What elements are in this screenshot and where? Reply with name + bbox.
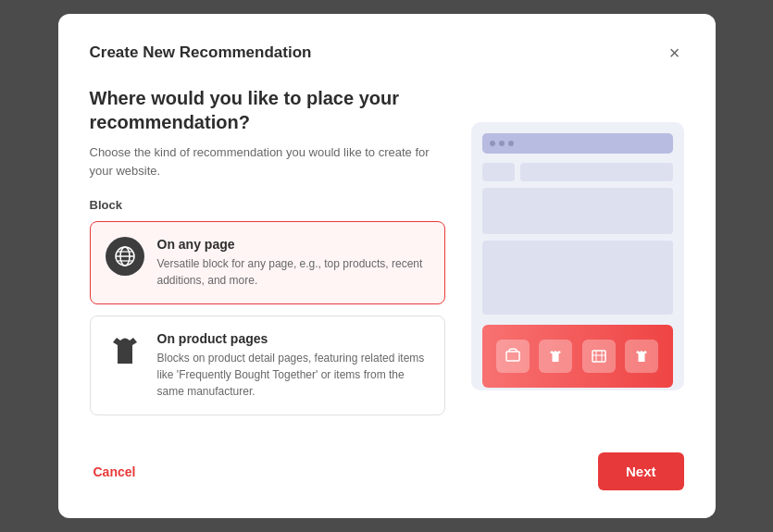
browser-content [482, 163, 673, 388]
modal-container: Create New Recommendation × Where would … [58, 14, 716, 518]
modal-title: Create New Recommendation [90, 43, 312, 62]
option-any-page-icon [106, 237, 144, 276]
product-icon-1 [496, 340, 530, 373]
browser-bar [482, 133, 673, 154]
close-button[interactable]: × [666, 42, 684, 64]
main-question: Where would you like to place your recom… [90, 86, 445, 134]
svg-rect-6 [506, 352, 519, 361]
option-product-pages-text: On product pages Blocks on product detai… [157, 331, 430, 400]
option-any-page-desc: Versatile block for any page, e.g., top … [157, 255, 430, 289]
option-any-page-title: On any page [157, 237, 430, 252]
option-product-pages[interactable]: On product pages Blocks on product detai… [90, 315, 445, 415]
section-label: Block [90, 198, 445, 212]
product-icon-2 [539, 340, 572, 373]
next-button[interactable]: Next [598, 452, 684, 490]
option-product-pages-icon [106, 331, 144, 370]
subtitle: Choose the kind of recommendation you wo… [90, 143, 445, 179]
option-product-pages-desc: Blocks on product detail pages, featurin… [157, 350, 430, 400]
modal-overlay: Create New Recommendation × Where would … [0, 0, 773, 532]
right-panel [471, 86, 684, 427]
cancel-button[interactable]: Cancel [90, 457, 140, 487]
content-block-thumb [482, 163, 515, 181]
modal-footer: Cancel Next [90, 452, 684, 490]
browser-dot-2 [499, 141, 505, 146]
svg-rect-7 [592, 351, 605, 362]
product-icon-4 [625, 340, 658, 373]
browser-mockup [471, 122, 684, 390]
browser-dot-3 [508, 141, 514, 146]
content-block-text [520, 163, 673, 181]
browser-dot-1 [490, 141, 495, 146]
left-panel: Where would you like to place your recom… [90, 86, 445, 427]
product-icon-3 [582, 340, 616, 373]
option-any-page-text: On any page Versatile block for any page… [157, 237, 430, 289]
modal-header: Create New Recommendation × [90, 42, 684, 64]
highlight-products-bar [482, 325, 673, 388]
option-any-page[interactable]: On any page Versatile block for any page… [90, 221, 445, 304]
content-row-1 [482, 163, 673, 181]
option-product-pages-title: On product pages [157, 331, 430, 346]
content-block-main [482, 241, 673, 315]
modal-body: Where would you like to place your recom… [90, 86, 684, 427]
content-block-banner [482, 188, 673, 234]
